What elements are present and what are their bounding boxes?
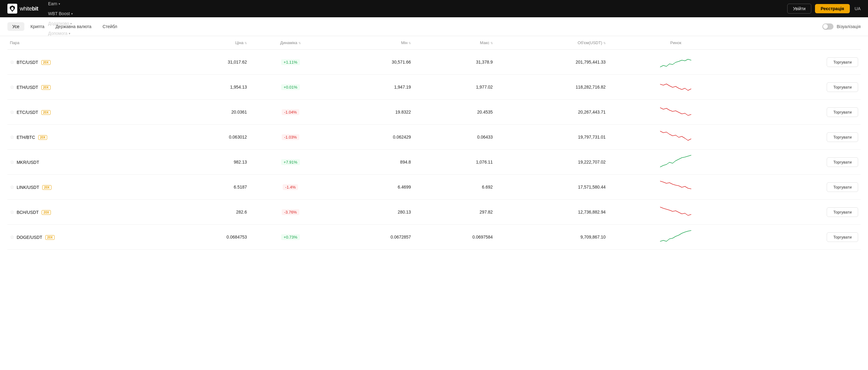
login-button[interactable]: Увійти <box>787 4 812 13</box>
trade-button[interactable]: Торгувати <box>827 57 858 67</box>
visualization-label: Візуалізація <box>837 24 861 29</box>
pair-cell: ☆ BTC/USDT 20X <box>7 50 168 75</box>
sparkline-cell <box>608 50 743 75</box>
nav-item-earn[interactable]: Earn▾ <box>44 0 76 9</box>
trade-button[interactable]: Торгувати <box>827 107 858 117</box>
table-row: ☆ ETC/USDT 20X 20.0361-1.04%19.832220.45… <box>7 100 861 125</box>
sparkline-chart <box>657 105 694 118</box>
sparkline-chart <box>657 55 694 68</box>
trade-cell: Торгувати <box>743 75 861 100</box>
trade-cell: Торгувати <box>743 50 861 75</box>
sparkline-cell <box>608 150 743 175</box>
price-cell: 0.0684753 <box>168 225 250 250</box>
star-icon[interactable]: ☆ <box>10 135 14 140</box>
chevron-icon: ▾ <box>71 12 73 16</box>
change-badge: +0.73% <box>281 234 300 240</box>
toggle-switch[interactable] <box>823 24 834 30</box>
trade-button[interactable]: Торгувати <box>827 232 858 242</box>
star-icon[interactable]: ☆ <box>10 160 14 165</box>
sparkline-chart <box>657 154 694 169</box>
change-badge: -1.04% <box>282 109 299 115</box>
leverage-badge: 20X <box>41 210 51 215</box>
star-icon[interactable]: ☆ <box>10 209 14 215</box>
max-cell: 1,977.02 <box>413 75 495 100</box>
star-icon[interactable]: ☆ <box>10 184 14 190</box>
col-header-1[interactable]: Ціна⇅ <box>168 36 250 50</box>
col-header-0: Пара <box>7 36 168 50</box>
change-badge: +0.01% <box>281 84 300 90</box>
change-badge: +1.11% <box>281 59 300 65</box>
pair-name: BCH/USDT <box>17 210 39 215</box>
pair-cell: ☆ BCH/USDT 20X <box>7 200 168 225</box>
price-cell: 6.5187 <box>168 175 250 200</box>
star-icon[interactable]: ☆ <box>10 60 14 65</box>
language-button[interactable]: UA <box>855 6 861 11</box>
toggle-knob <box>823 24 828 29</box>
table-row: ☆ ETH/USDT 20X 1,954.13+0.01%1,947.191,9… <box>7 75 861 100</box>
trade-cell: Торгувати <box>743 225 861 250</box>
volume-cell: 118,282,716.82 <box>495 75 608 100</box>
col-header-5[interactable]: Об'єм(USDT)⇅ <box>495 36 608 50</box>
col-header-3[interactable]: Мін⇅ <box>332 36 414 50</box>
pair-cell: ☆ ETH/BTC 20X <box>7 125 168 150</box>
filter-tab-------[interactable]: Стейбл <box>98 22 122 31</box>
pair-cell: ☆ ETC/USDT 20X <box>7 100 168 125</box>
max-cell: 297.82 <box>413 200 495 225</box>
change-badge: -3.76% <box>282 209 299 215</box>
star-icon[interactable]: ☆ <box>10 85 14 90</box>
sparkline-chart <box>657 230 694 244</box>
table-row: ☆ ETH/BTC 20X 0.063012-1.03%0.0624290.06… <box>7 125 861 150</box>
max-cell: 0.0697584 <box>413 225 495 250</box>
pair-cell: ☆ DOGE/USDT 20X <box>7 225 168 250</box>
logo[interactable]: whitebit <box>7 4 38 13</box>
pair-name: BTC/USDT <box>17 60 38 65</box>
trade-button[interactable]: Торгувати <box>827 82 858 92</box>
col-header-4[interactable]: Макс⇅ <box>413 36 495 50</box>
volume-cell: 19,222,707.02 <box>495 150 608 175</box>
price-cell: 982.13 <box>168 150 250 175</box>
table-row: ☆ DOGE/USDT 20X 0.0684753+0.73%0.0672857… <box>7 225 861 250</box>
trade-button[interactable]: Торгувати <box>827 182 858 192</box>
trade-button[interactable]: Торгувати <box>827 133 858 142</box>
change-badge: -1.4% <box>283 184 298 190</box>
filter-tab----[interactable]: Усе <box>7 22 24 31</box>
table-body: ☆ BTC/USDT 20X 31,017.62+1.11%30,571.663… <box>7 50 861 250</box>
col-header-2[interactable]: Динаміка⇅ <box>249 36 332 50</box>
trade-button[interactable]: Торгувати <box>827 158 858 167</box>
star-icon[interactable]: ☆ <box>10 234 14 240</box>
sparkline-cell <box>608 175 743 200</box>
table-row: ☆ BTC/USDT 20X 31,017.62+1.11%30,571.663… <box>7 50 861 75</box>
leverage-badge: 20X <box>38 135 48 140</box>
sort-icon: ⇅ <box>244 41 247 45</box>
col-header-7 <box>743 36 861 50</box>
sparkline-cell <box>608 125 743 150</box>
price-cell: 20.0361 <box>168 100 250 125</box>
trade-button[interactable]: Торгувати <box>827 207 858 217</box>
sort-icon: ⇅ <box>603 41 606 45</box>
volume-cell: 17,571,580.44 <box>495 175 608 200</box>
leverage-badge: 20X <box>45 235 55 240</box>
table-row: ☆ BCH/USDT 20X 282.6-3.76%280.13297.8212… <box>7 200 861 225</box>
price-cell: 282.6 <box>168 200 250 225</box>
pair-name: DOGE/USDT <box>17 235 42 240</box>
change-cell: -1.4% <box>249 175 332 200</box>
change-cell: -3.76% <box>249 200 332 225</box>
visualization-toggle[interactable]: Візуалізація <box>823 24 861 30</box>
price-cell: 0.063012 <box>168 125 250 150</box>
sparkline-chart <box>657 130 694 143</box>
filter-tab-------[interactable]: Крипта <box>26 22 49 31</box>
pair-name: ETC/USDT <box>17 110 38 115</box>
volume-cell: 19,797,731.01 <box>495 125 608 150</box>
filter-tabs: УсеКриптаДержавна валютаСтейбл <box>7 22 122 31</box>
filter-tab----------------[interactable]: Державна валюта <box>51 22 96 31</box>
trade-cell: Торгувати <box>743 175 861 200</box>
sort-icon: ⇅ <box>299 41 301 45</box>
pair-name: LINK/USDT <box>17 185 39 190</box>
leverage-badge: 20X <box>42 185 52 190</box>
star-icon[interactable]: ☆ <box>10 110 14 115</box>
nav-item-wbt-boost[interactable]: WBT Boost▾ <box>44 9 76 19</box>
volume-cell: 201,795,441.33 <box>495 50 608 75</box>
trade-cell: Торгувати <box>743 125 861 150</box>
register-button[interactable]: Реєстрація <box>815 4 849 13</box>
navbar: whitebit Торгівля▾Ф'ючерси▾Earn▾WBT Boos… <box>0 0 868 17</box>
